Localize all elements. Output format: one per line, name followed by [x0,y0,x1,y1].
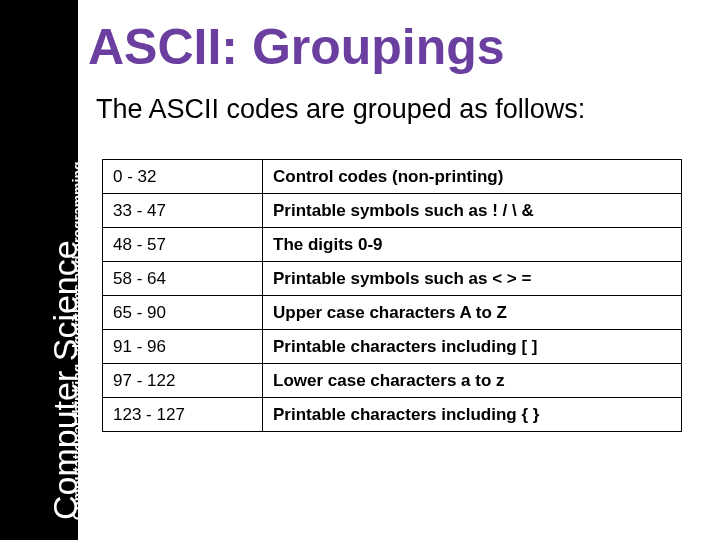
table-row: 48 - 57 The digits 0-9 [103,228,682,262]
table-row: 58 - 64 Printable symbols such as < > = [103,262,682,296]
desc-cell: Lower case characters a to z [263,364,682,398]
desc-cell: Upper case characters A to Z [263,296,682,330]
table-row: 123 - 127 Printable characters including… [103,398,682,432]
table-row: 33 - 47 Printable symbols such as ! / \ … [103,194,682,228]
desc-cell: Control codes (non-printing) [263,160,682,194]
table-row: 91 - 96 Printable characters including [… [103,330,682,364]
content-area: ASCII: Groupings The ASCII codes are gro… [80,0,720,432]
range-cell: 48 - 57 [103,228,263,262]
range-cell: 0 - 32 [103,160,263,194]
table-row: 97 - 122 Lower case characters a to z [103,364,682,398]
desc-cell: Printable symbols such as ! / \ & [263,194,682,228]
page-title: ASCII: Groupings [88,18,700,76]
range-cell: 58 - 64 [103,262,263,296]
desc-cell: Printable characters including [ ] [263,330,682,364]
table-row: 65 - 90 Upper case characters A to Z [103,296,682,330]
range-cell: 123 - 127 [103,398,263,432]
range-cell: 65 - 90 [103,296,263,330]
range-cell: 97 - 122 [103,364,263,398]
page-subtitle: The ASCII codes are grouped as follows: [96,94,700,125]
desc-cell: The digits 0-9 [263,228,682,262]
range-cell: 33 - 47 [103,194,263,228]
desc-cell: Printable symbols such as < > = [263,262,682,296]
table-row: 0 - 32 Control codes (non-printing) [103,160,682,194]
ascii-table: 0 - 32 Control codes (non-printing) 33 -… [102,159,682,432]
desc-cell: Printable characters including { } [263,398,682,432]
range-cell: 91 - 96 [103,330,263,364]
sidebar: Computer Science Computational thinking,… [0,0,78,540]
